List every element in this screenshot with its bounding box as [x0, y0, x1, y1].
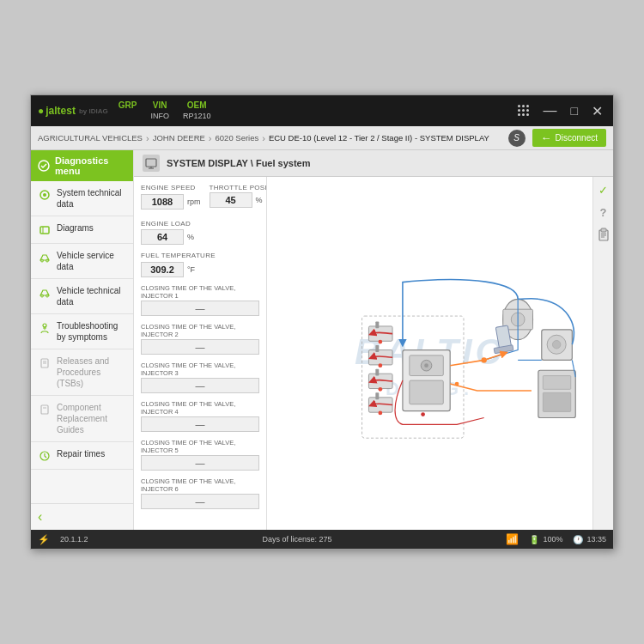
wifi-icon: 📶	[506, 533, 519, 545]
throttle-label: THROTTLE POSITION	[210, 184, 268, 192]
s-icon: S	[508, 130, 526, 147]
time-status: 🕐 13:35	[573, 535, 606, 544]
breadcrumb-ecu[interactable]: ECU DE-10 (Level 12 - Tier 2 / Stage II)…	[269, 133, 489, 143]
breadcrumb-bar: AGRICULTURAL VEHICLES › JOHN DEERE › 602…	[31, 126, 613, 150]
minimize-button[interactable]: —	[540, 102, 561, 119]
closing-valve-4-label: CLOSING TIME OF THE VALVE, INJECTOR 4	[141, 400, 259, 416]
svg-point-24	[424, 363, 428, 368]
closing-valve-4-field: CLOSING TIME OF THE VALVE, INJECTOR 4 —	[141, 400, 259, 432]
closing-valve-3-value: —	[141, 378, 259, 393]
closing-valve-2-value: —	[141, 339, 259, 355]
breadcrumb-john-deere[interactable]: JOHN DEERE	[153, 133, 205, 143]
battery-status: 🔋 100%	[529, 535, 562, 544]
battery-icon: 🔋	[529, 535, 539, 544]
title-bar: ● jaltest by IDIAG GRP VIN INFO OEM RP12…	[31, 95, 613, 126]
closing-valve-6-field: CLOSING TIME OF THE VALVE, INJECTOR 6 —	[141, 477, 259, 509]
nav-oem[interactable]: OEM RP1210	[183, 100, 211, 121]
help-icon[interactable]: ?	[596, 204, 611, 220]
engine-speed-value-row: 1088 rpm	[141, 194, 201, 210]
breadcrumb-sep-1: ›	[146, 133, 149, 143]
svg-rect-42	[543, 392, 570, 411]
svg-rect-22	[410, 380, 443, 404]
main-layout: Diagnostics menu System technical data	[31, 150, 613, 530]
sidebar-item-releases[interactable]: Releases and Procedures (TSBs)	[31, 349, 133, 396]
battery-label: 100%	[543, 535, 562, 544]
back-button[interactable]: ‹	[38, 509, 126, 525]
svg-rect-41	[543, 376, 570, 390]
content-body: ENGINE SPEED 1088 rpm THROTTLE POSITION …	[134, 177, 613, 530]
system-display-icon	[143, 155, 160, 172]
component-icon	[38, 403, 52, 416]
svg-point-27	[378, 340, 382, 344]
svg-point-52	[455, 382, 459, 386]
engine-speed-unit: rpm	[187, 197, 201, 206]
disconnect-button[interactable]: ← Disconnect	[532, 129, 606, 147]
sidebar-item-repair-times[interactable]: Repair times	[31, 442, 133, 470]
license-label: Days of license: 275	[262, 535, 331, 544]
checkmark-icon[interactable]: ✓	[596, 182, 611, 197]
svg-point-53	[421, 412, 425, 416]
fuel-system-diagram	[267, 177, 592, 530]
clipboard-icon[interactable]	[596, 227, 611, 242]
throttle-section: THROTTLE POSITION 45 %	[210, 184, 268, 208]
app-window: ● jaltest by IDIAG GRP VIN INFO OEM RP12…	[30, 94, 614, 550]
svg-point-33	[378, 387, 382, 392]
closing-valve-3-label: CLOSING TIME OF THE VALVE, INJECTOR 3	[141, 361, 259, 377]
close-button[interactable]: ✕	[588, 101, 606, 121]
breadcrumb-agricultural[interactable]: AGRICULTURAL VEHICLES	[38, 133, 143, 143]
svg-rect-29	[375, 345, 379, 352]
version-label: 20.1.1.2	[60, 535, 88, 544]
license-status: Days of license: 275	[262, 535, 331, 544]
engine-speed-field: ENGINE SPEED 1088 rpm	[141, 184, 201, 210]
data-panel: ENGINE SPEED 1088 rpm THROTTLE POSITION …	[134, 177, 267, 530]
diagrams-icon	[38, 223, 52, 237]
sidebar-item-diagrams[interactable]: Diagrams	[31, 216, 133, 244]
closing-valve-1-label: CLOSING TIME OF THE VALVE, INJECTOR 1	[141, 284, 259, 300]
fuel-temperature-value: 309.2	[141, 262, 184, 277]
restore-button[interactable]: □	[568, 102, 581, 119]
nav-grp[interactable]: GRP	[118, 100, 137, 121]
sidebar-item-component[interactable]: Component Replacement Guides	[31, 396, 133, 442]
grid-button[interactable]	[514, 103, 533, 118]
svg-point-36	[378, 411, 382, 416]
svg-rect-32	[375, 369, 379, 376]
wifi-status: 📶	[506, 533, 519, 545]
clock-icon: 🕐	[573, 535, 583, 544]
closing-valve-5-value: —	[141, 455, 259, 471]
right-sidebar: ✓ ?	[592, 177, 613, 530]
sidebar-item-troubleshooting[interactable]: Troubleshooting by symptoms	[31, 314, 133, 349]
title-bar-nav: GRP VIN INFO OEM RP1210	[118, 100, 211, 121]
engine-load-field: ENGINE LOAD 64 %	[141, 220, 259, 246]
svg-rect-26	[375, 321, 379, 328]
usb-status: ⚡	[38, 534, 50, 545]
vehicle-service-icon	[38, 251, 52, 264]
throttle-unit: %	[256, 196, 263, 204]
svg-rect-13	[41, 405, 48, 414]
engine-load-value: 64	[141, 229, 184, 245]
nav-vin[interactable]: VIN INFO	[150, 100, 169, 121]
sidebar: Diagnostics menu System technical data	[31, 150, 134, 530]
status-bar: ⚡ 20.1.1.2 Days of license: 275 📶 🔋 100%…	[31, 530, 613, 549]
engine-load-label: ENGINE LOAD	[141, 220, 259, 228]
closing-valve-5-label: CLOSING TIME OF THE VALVE, INJECTOR 5	[141, 439, 259, 454]
sidebar-item-vehicle-service[interactable]: Vehicle service data	[31, 244, 133, 279]
injector-group	[368, 321, 392, 415]
sidebar-item-system-technical[interactable]: System technical data	[31, 181, 133, 216]
closing-valve-1-field: CLOSING TIME OF THE VALVE, INJECTOR 1 —	[141, 284, 259, 316]
closing-valve-5-field: CLOSING TIME OF THE VALVE, INJECTOR 5 —	[141, 439, 259, 471]
fuel-temperature-label: FUEL TEMPERATURE	[141, 252, 259, 260]
closing-valve-4-value: —	[141, 416, 259, 432]
content-header: SYSTEM DISPLAY \ Fuel system	[134, 150, 613, 177]
vehicle-technical-icon	[38, 286, 52, 300]
breadcrumb-series[interactable]: 6020 Series	[216, 133, 259, 143]
closing-valve-2-field: CLOSING TIME OF THE VALVE, INJECTOR 2 —	[141, 323, 259, 355]
content-title: SYSTEM DISPLAY \ Fuel system	[167, 158, 311, 168]
engine-load-value-row: 64 %	[141, 229, 259, 245]
engine-load-unit: %	[187, 233, 194, 241]
svg-rect-3	[40, 227, 49, 234]
svg-rect-16	[146, 159, 156, 167]
app-logo: ● jaltest by IDIAG	[38, 105, 108, 117]
version-status: 20.1.1.2	[60, 535, 88, 544]
sidebar-item-vehicle-technical[interactable]: Vehicle technical data	[31, 279, 133, 314]
troubleshooting-icon	[38, 321, 52, 335]
